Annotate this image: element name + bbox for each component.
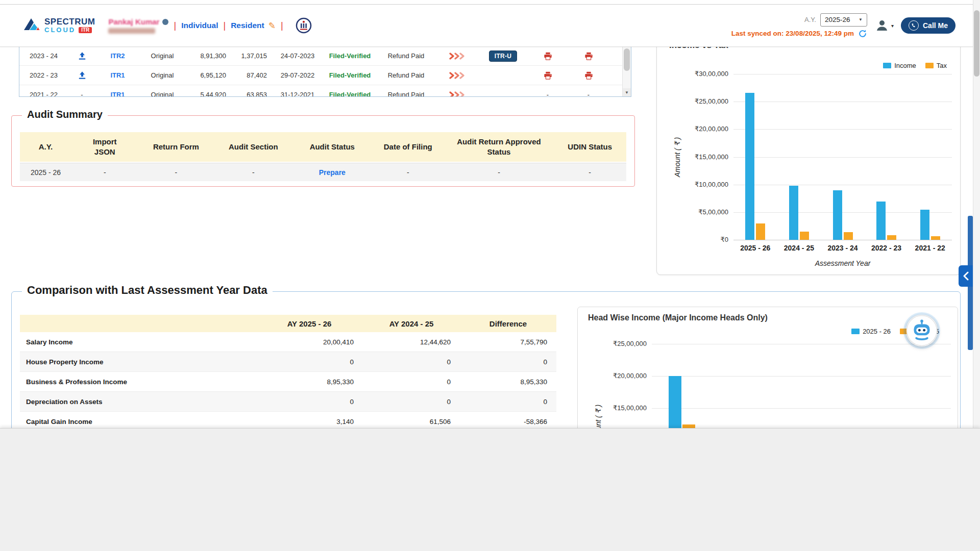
scroll-down-button[interactable]: ▼ <box>623 88 631 96</box>
row-label: Depreciation on Assets <box>20 398 256 406</box>
separator: | <box>174 20 176 31</box>
itr-u-badge[interactable]: ITR-U <box>489 51 518 62</box>
ay-selected-value: 2025-26 <box>825 16 850 23</box>
value-cell: 7,55,790 <box>460 338 556 346</box>
Tax-bar <box>931 236 940 240</box>
filing-date-cell: 29-07-2022 <box>272 71 323 79</box>
approved-status-cell: - <box>445 168 554 177</box>
value-cell: 20,00,410 <box>256 338 363 346</box>
brand-sub: CLOUD <box>44 27 76 34</box>
Tax-bar <box>887 235 896 240</box>
gridline <box>733 185 952 185</box>
audit-section-cell: - <box>214 168 292 177</box>
collapse-panel-arrow[interactable] <box>959 265 973 287</box>
gridline <box>733 240 952 240</box>
filing-date-cell: 24-07-2023 <box>272 52 323 60</box>
Income-bar <box>876 202 886 240</box>
chevron-down-icon: ▾ <box>891 23 894 29</box>
return-form-cell: - <box>138 168 214 177</box>
print-icon[interactable] <box>568 71 609 80</box>
refresh-icon[interactable] <box>858 29 867 38</box>
itr-form-link[interactable]: ITR1 <box>96 71 139 79</box>
2025 - 26-legend-swatch <box>851 329 860 334</box>
column-header: Import JSON <box>71 137 138 158</box>
ay-dropdown[interactable]: 2025-26 ▼ <box>820 13 867 27</box>
tax-cell: 63,853 <box>231 91 272 97</box>
ay-cell: 2025 - 26 <box>20 168 71 177</box>
Income-bar <box>920 210 929 240</box>
print-icon[interactable] <box>527 52 568 60</box>
return-type-cell: Original <box>139 52 185 60</box>
chart-plot-area: ₹0₹5,00,000₹10,00,000₹15,00,000₹20,00,00… <box>657 34 960 274</box>
table-row: 2022 - 23 ITR1 Original 6,95,120 87,402 … <box>19 66 622 85</box>
Tax-bar <box>844 232 853 240</box>
upload-json-icon[interactable] <box>68 52 96 61</box>
app-window: 2023 - 24 ITR2 Original 8,91,300 1,37,01… <box>0 0 980 551</box>
upload-json-icon[interactable] <box>68 71 96 80</box>
residency-status[interactable]: Resident <box>231 21 264 30</box>
gridline <box>733 212 952 213</box>
y-axis-label: Amount ( ₹ ) <box>673 137 681 177</box>
scrollbar-thumb[interactable] <box>624 48 630 71</box>
value-cell: 0 <box>363 398 460 406</box>
expand-chevrons-icon[interactable] <box>435 53 479 60</box>
column-header: Audit Return Approved Status <box>445 137 554 158</box>
scrollbar-thumb[interactable] <box>974 10 979 77</box>
call-me-button[interactable]: Call Me <box>901 17 955 34</box>
value-cell: 0 <box>256 358 363 366</box>
table-row: House Property Income 0 0 0 <box>20 352 556 372</box>
row-label: Business & Profession Income <box>20 378 256 386</box>
value-cell: 3,140 <box>256 418 363 425</box>
value-cell: 8,95,330 <box>256 378 363 386</box>
separator: | <box>281 20 283 31</box>
column-header: Audit Section <box>214 142 292 152</box>
print-icon[interactable] <box>527 71 568 80</box>
value-cell: 12,44,620 <box>363 338 460 346</box>
itr-form-link[interactable]: ITR2 <box>96 52 139 60</box>
y-tick-label: ₹25,00,000 <box>578 340 647 347</box>
user-info[interactable]: Pankaj Kumar <box>108 17 168 34</box>
y-tick-label: ₹5,00,000 <box>657 208 728 216</box>
itr-form-link[interactable]: ITR1 <box>96 91 139 97</box>
y-tick-label: ₹10,00,000 <box>657 181 728 188</box>
Income-bar <box>745 93 754 240</box>
prepare-link[interactable]: Prepare <box>293 168 372 177</box>
legend-label: 2025 - 26 <box>863 328 891 335</box>
gridline <box>733 102 952 102</box>
phone-icon <box>909 20 919 31</box>
income-tax-emblem-icon <box>296 17 312 34</box>
row-label: House Property Income <box>20 358 256 366</box>
legend-label: Income <box>894 62 916 69</box>
y-tick-label: ₹20,00,000 <box>657 125 728 133</box>
print-icon[interactable] <box>568 52 609 60</box>
audit-summary-title: Audit Summary <box>22 109 108 120</box>
page-scrollbar[interactable] <box>973 0 980 428</box>
y-tick-label: ₹25,00,000 <box>657 97 728 105</box>
audit-summary-table: A.Y. Import JSON Return Form Audit Secti… <box>20 132 626 181</box>
income-vs-tax-chart: Income vs Tax IncomeTax ₹0₹5,00,000₹10,0… <box>656 34 961 275</box>
tax-cell: 87,402 <box>231 71 272 79</box>
table-row: Depreciation on Assets 0 0 0 <box>20 392 556 412</box>
column-header: A.Y. <box>20 142 71 152</box>
filing-date-cell: 31-12-2021 <box>272 91 323 97</box>
y-tick-label: ₹15,00,000 <box>578 404 647 412</box>
Income-bar <box>833 190 842 240</box>
value-cell: 61,506 <box>363 418 460 425</box>
expand-chevrons-icon[interactable] <box>435 72 479 79</box>
profile-type[interactable]: Individual <box>181 21 218 30</box>
chatbot-button[interactable] <box>906 315 938 346</box>
Tax-legend-swatch <box>925 63 934 68</box>
chart-legend: IncomeTax <box>883 62 947 69</box>
status-cell: Filed-Verified <box>323 52 377 60</box>
user-info-icon <box>162 19 168 25</box>
user-menu[interactable]: ▾ <box>874 18 894 33</box>
upload-cell: - <box>68 91 96 97</box>
edit-icon[interactable]: ✎ <box>268 20 276 31</box>
expand-chevrons-icon[interactable] <box>435 91 479 97</box>
print-cell: - <box>568 91 609 97</box>
audit-table-header: A.Y. Import JSON Return Form Audit Secti… <box>20 132 626 162</box>
separator: | <box>223 20 226 31</box>
avatar-icon <box>874 18 890 33</box>
brand-logo-icon <box>22 16 40 35</box>
income-cell: 5,44,920 <box>185 91 231 97</box>
